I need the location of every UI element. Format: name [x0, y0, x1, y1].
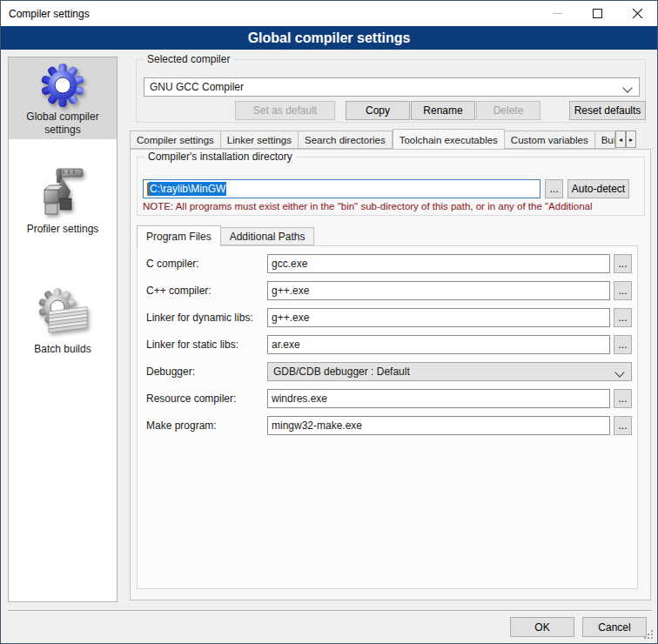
tab-compiler-settings[interactable]: Compiler settings	[130, 131, 221, 149]
debugger-label: Debugger:	[146, 362, 195, 381]
debugger-select[interactable]: GDB/CDB debugger : Default	[267, 362, 632, 381]
tab-scroll-left-button[interactable]: ◂	[615, 131, 626, 148]
tab-toolchain-executables[interactable]: Toolchain executables	[393, 129, 505, 149]
page-title: Global compiler settings	[1, 26, 657, 50]
compiler-settings-dialog: Compiler settings Global compiler settin…	[0, 0, 658, 644]
row-c-compiler: C compiler: gcc.exe ...	[138, 254, 637, 273]
row-linker-dynamic: Linker for dynamic libs: g++.exe ...	[138, 308, 637, 327]
installation-directory-note: NOTE: All programs must exist either in …	[143, 201, 639, 211]
auto-detect-button[interactable]: Auto-detect	[567, 179, 629, 198]
cpp-compiler-value: g++.exe	[272, 285, 309, 297]
minimize-button	[537, 1, 577, 26]
program-files-panel: C compiler: gcc.exe ... C++ compiler: g+…	[137, 245, 638, 589]
resize-grip[interactable]	[644, 630, 655, 641]
gray-gear-stack-icon	[35, 285, 91, 341]
compiler-select-value: GNU GCC Compiler	[150, 81, 244, 93]
tab-build-options[interactable]: Build	[595, 131, 615, 149]
reset-defaults-button[interactable]: Reset defaults	[569, 101, 646, 120]
selected-compiler-group: Selected compiler GNU GCC Compiler Set a…	[136, 59, 646, 123]
installation-directory-group-label: Compiler's installation directory	[144, 151, 296, 163]
linker-static-value: ar.exe	[272, 339, 300, 351]
resource-compiler-browse-button[interactable]: ...	[614, 389, 632, 408]
delete-button: Delete	[476, 101, 540, 120]
maximize-button[interactable]	[577, 1, 617, 26]
arrow-left-icon: ◂	[619, 136, 622, 144]
c-compiler-input[interactable]: gcc.exe	[267, 254, 610, 273]
tab-custom-variables[interactable]: Custom variables	[505, 131, 595, 149]
program-tabstrip: Program Files Additional Paths	[137, 225, 314, 245]
copy-button[interactable]: Copy	[346, 101, 410, 120]
tab-linker-settings[interactable]: Linker settings	[221, 131, 299, 149]
cpp-compiler-browse-button[interactable]: ...	[614, 281, 632, 300]
debugger-value: GDB/CDB debugger : Default	[273, 366, 410, 378]
sidebar-label-batch-builds: Batch builds	[9, 341, 117, 358]
row-cpp-compiler: C++ compiler: g++.exe ...	[138, 281, 637, 300]
cpp-compiler-input[interactable]: g++.exe	[267, 281, 610, 300]
cancel-button[interactable]: Cancel	[582, 617, 647, 637]
make-program-label: Make program:	[146, 416, 217, 435]
linker-dynamic-label: Linker for dynamic libs:	[146, 308, 253, 327]
maximize-icon	[593, 9, 602, 18]
linker-dynamic-browse-button[interactable]: ...	[614, 308, 632, 327]
selected-compiler-group-label: Selected compiler	[144, 53, 233, 65]
tab-additional-paths[interactable]: Additional Paths	[221, 227, 315, 245]
arrow-right-icon: ▸	[629, 136, 633, 144]
linker-static-label: Linker for static libs:	[146, 335, 238, 354]
linker-static-input[interactable]: ar.exe	[267, 335, 610, 354]
make-program-value: mingw32-make.exe	[272, 419, 362, 432]
settings-tabstrip: Compiler settings Linker settings Search…	[130, 128, 615, 149]
make-program-browse-button[interactable]: ...	[614, 416, 632, 435]
installation-directory-browse-button[interactable]: ...	[545, 179, 563, 198]
rename-button[interactable]: Rename	[411, 101, 475, 120]
sidebar-item-profiler-settings[interactable]: Profiler settings	[9, 164, 117, 255]
footer-divider	[8, 610, 652, 612]
row-debugger: Debugger: GDB/CDB debugger : Default	[138, 362, 637, 381]
tab-scroll-right-button[interactable]: ▸	[626, 131, 636, 148]
sidebar-label-global-compiler-settings: Global compiler settings	[9, 109, 117, 138]
installation-directory-input[interactable]: C:\raylib\MinGW	[143, 179, 540, 198]
window-title: Compiler settings	[9, 8, 90, 20]
close-button[interactable]	[617, 1, 657, 26]
linker-static-browse-button[interactable]: ...	[614, 335, 632, 354]
row-make-program: Make program: mingw32-make.exe ...	[138, 416, 637, 435]
set-as-default-button: Set as default	[235, 101, 335, 120]
c-compiler-value: gcc.exe	[272, 258, 307, 270]
compiler-select[interactable]: GNU GCC Compiler	[144, 77, 640, 97]
sidebar-item-batch-builds[interactable]: Batch builds	[9, 282, 117, 369]
c-compiler-label: C compiler:	[146, 254, 199, 273]
ok-button[interactable]: OK	[510, 617, 574, 637]
resource-compiler-label: Resource compiler:	[146, 389, 236, 408]
cpp-compiler-label: C++ compiler:	[146, 281, 212, 300]
minimize-icon	[553, 9, 562, 18]
linker-dynamic-value: g++.exe	[272, 312, 309, 324]
resource-compiler-input[interactable]: windres.exe	[267, 389, 610, 408]
sidebar-item-global-compiler-settings[interactable]: Global compiler settings	[9, 57, 117, 139]
row-resource-compiler: Resource compiler: windres.exe ...	[138, 389, 637, 408]
row-linker-static: Linker for static libs: ar.exe ...	[138, 335, 637, 354]
tab-program-files[interactable]: Program Files	[137, 225, 221, 246]
resource-compiler-value: windres.exe	[272, 392, 327, 405]
close-icon	[633, 9, 642, 18]
sidebar: Global compiler settings	[8, 57, 118, 602]
caliper-blocks-icon	[36, 167, 90, 221]
make-program-input[interactable]: mingw32-make.exe	[267, 416, 610, 435]
tab-search-directories[interactable]: Search directories	[299, 131, 393, 149]
blue-gear-icon	[39, 62, 86, 109]
installation-directory-value: C:\raylib\MinGW	[149, 182, 226, 196]
chevron-down-icon	[622, 83, 632, 92]
chevron-down-icon	[614, 367, 624, 377]
c-compiler-browse-button[interactable]: ...	[614, 254, 632, 273]
title-bar: Compiler settings	[1, 1, 657, 26]
linker-dynamic-input[interactable]: g++.exe	[267, 308, 610, 327]
sidebar-label-profiler-settings: Profiler settings	[9, 221, 117, 238]
